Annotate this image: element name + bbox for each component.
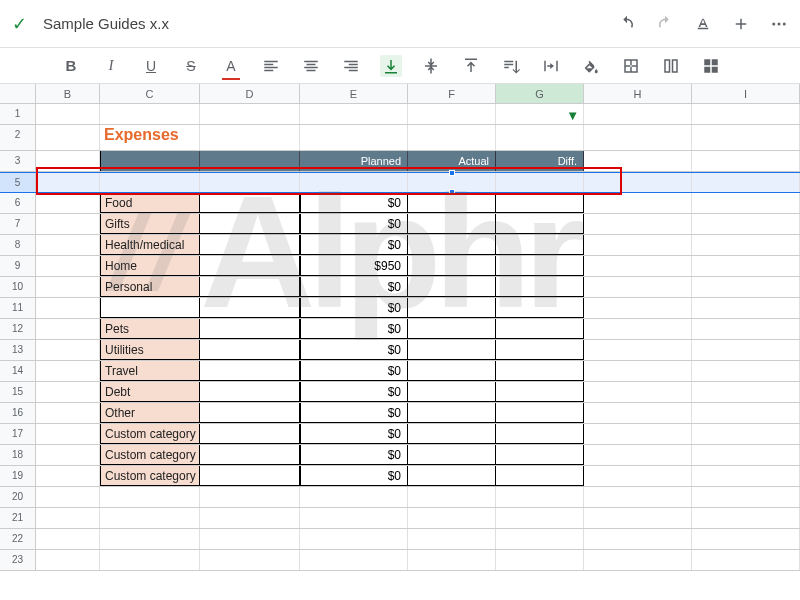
cell-G15[interactable] — [496, 382, 584, 402]
cell-B9[interactable] — [36, 256, 100, 276]
row-11[interactable]: 11$0 — [0, 298, 800, 319]
cell-B1[interactable] — [36, 104, 100, 124]
cell-B11[interactable] — [36, 298, 100, 318]
cell-G13[interactable] — [496, 340, 584, 360]
cell-I15[interactable] — [692, 382, 800, 402]
cell-G9[interactable] — [496, 256, 584, 276]
cell-H6[interactable] — [584, 193, 692, 213]
cell-B23[interactable] — [36, 550, 100, 570]
cell-I1[interactable] — [692, 104, 800, 124]
underline-button[interactable]: U — [140, 55, 162, 77]
row-number[interactable]: 16 — [0, 403, 36, 423]
row-9[interactable]: 9Home$950 — [0, 256, 800, 277]
document-title[interactable]: Sample Guides x.x — [43, 15, 618, 32]
cell-G18[interactable] — [496, 445, 584, 465]
cell-G10[interactable] — [496, 277, 584, 297]
cell-I8[interactable] — [692, 235, 800, 255]
cell-B22[interactable] — [36, 529, 100, 549]
cell-H3[interactable] — [584, 151, 692, 171]
row-number[interactable]: 5 — [0, 173, 36, 192]
text-color-button[interactable]: A — [220, 55, 242, 77]
row-number[interactable]: 11 — [0, 298, 36, 318]
row-number[interactable]: 22 — [0, 529, 36, 549]
row-number[interactable]: 8 — [0, 235, 36, 255]
row-number[interactable]: 20 — [0, 487, 36, 507]
row-15[interactable]: 15Debt$0 — [0, 382, 800, 403]
format-button[interactable] — [694, 15, 712, 33]
valign-middle-button[interactable] — [420, 55, 442, 77]
cell-I6[interactable] — [692, 193, 800, 213]
cell-C17[interactable]: Custom category 1 — [100, 424, 200, 444]
italic-button[interactable]: I — [100, 55, 122, 77]
cell-G14[interactable] — [496, 361, 584, 381]
cell-E5[interactable] — [300, 173, 408, 192]
borders-button[interactable] — [620, 55, 642, 77]
cell-D3[interactable] — [200, 151, 300, 171]
row-6[interactable]: 6Food$0 — [0, 193, 800, 214]
more-button[interactable] — [770, 15, 788, 33]
column-header-C[interactable]: C — [100, 84, 200, 103]
cell-D6[interactable] — [200, 193, 300, 213]
row-number[interactable]: 15 — [0, 382, 36, 402]
cell-E9[interactable]: $950 — [300, 256, 408, 276]
cell-H13[interactable] — [584, 340, 692, 360]
cell-I17[interactable] — [692, 424, 800, 444]
cell-G17[interactable] — [496, 424, 584, 444]
cell-B17[interactable] — [36, 424, 100, 444]
cell-H7[interactable] — [584, 214, 692, 234]
cell-C9[interactable]: Home — [100, 256, 200, 276]
cell-C21[interactable] — [100, 508, 200, 528]
row-13[interactable]: 13Utilities$0 — [0, 340, 800, 361]
cell-E21[interactable] — [300, 508, 408, 528]
cell-H21[interactable] — [584, 508, 692, 528]
add-button[interactable] — [732, 15, 750, 33]
cell-E8[interactable]: $0 — [300, 235, 408, 255]
cell-E11[interactable]: $0 — [300, 298, 408, 318]
cell-H23[interactable] — [584, 550, 692, 570]
cell-E14[interactable]: $0 — [300, 361, 408, 381]
cell-B13[interactable] — [36, 340, 100, 360]
cell-D23[interactable] — [200, 550, 300, 570]
cell-E20[interactable] — [300, 487, 408, 507]
row-10[interactable]: 10Personal$0 — [0, 277, 800, 298]
cell-F9[interactable] — [408, 256, 496, 276]
row-1[interactable]: 1▼ — [0, 104, 800, 125]
row-12[interactable]: 12Pets$0 — [0, 319, 800, 340]
cell-G19[interactable] — [496, 466, 584, 486]
cell-D5[interactable] — [200, 173, 300, 192]
cell-F7[interactable] — [408, 214, 496, 234]
select-all-corner[interactable] — [0, 84, 36, 103]
cell-I23[interactable] — [692, 550, 800, 570]
cell-G21[interactable] — [496, 508, 584, 528]
cell-H19[interactable] — [584, 466, 692, 486]
undo-button[interactable] — [618, 15, 636, 33]
row-number[interactable]: 19 — [0, 466, 36, 486]
row-number[interactable]: 2 — [0, 125, 36, 150]
cell-B6[interactable] — [36, 193, 100, 213]
cell-E3[interactable]: Planned — [300, 151, 408, 171]
redo-button[interactable] — [656, 15, 674, 33]
cell-E15[interactable]: $0 — [300, 382, 408, 402]
wrap-text-button[interactable] — [500, 55, 522, 77]
cell-H11[interactable] — [584, 298, 692, 318]
cell-F19[interactable] — [408, 466, 496, 486]
row-3[interactable]: 3PlannedActualDiff. — [0, 151, 800, 172]
row-5[interactable]: 5 — [0, 172, 800, 193]
cell-B21[interactable] — [36, 508, 100, 528]
cell-D22[interactable] — [200, 529, 300, 549]
cell-I13[interactable] — [692, 340, 800, 360]
cell-F20[interactable] — [408, 487, 496, 507]
cell-H2[interactable] — [584, 125, 692, 150]
cell-E1[interactable] — [300, 104, 408, 124]
cell-H16[interactable] — [584, 403, 692, 423]
cell-D9[interactable] — [200, 256, 300, 276]
row-number[interactable]: 7 — [0, 214, 36, 234]
cell-E23[interactable] — [300, 550, 408, 570]
cell-E17[interactable]: $0 — [300, 424, 408, 444]
cell-C18[interactable]: Custom category 2 — [100, 445, 200, 465]
cell-I14[interactable] — [692, 361, 800, 381]
cell-C5[interactable] — [100, 173, 200, 192]
cell-C14[interactable]: Travel — [100, 361, 200, 381]
cell-D21[interactable] — [200, 508, 300, 528]
valign-top-button[interactable] — [460, 55, 482, 77]
